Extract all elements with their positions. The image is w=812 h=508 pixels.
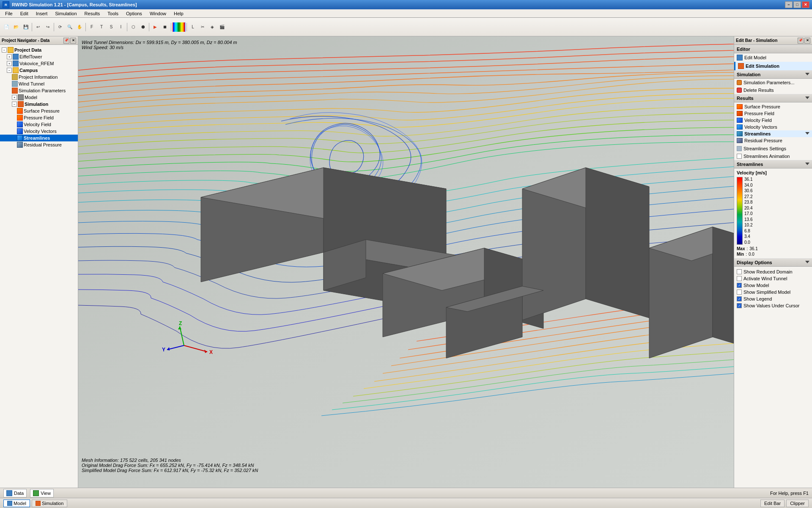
model-mode-button[interactable]: Model: [3, 500, 30, 507]
tree-item-simulation[interactable]: − Simulation: [0, 101, 78, 108]
expand-simulation[interactable]: −: [12, 102, 17, 107]
zoom-button[interactable]: 🔍: [65, 22, 74, 32]
checkbox-reduced-domain[interactable]: [737, 269, 742, 274]
tree-item-model[interactable]: + Model: [0, 94, 78, 101]
option-show-legend[interactable]: Show Legend: [737, 295, 809, 302]
option-reduced-domain[interactable]: Show Reduced Domain: [737, 268, 809, 275]
expand-campus[interactable]: −: [7, 68, 12, 73]
stop-sim[interactable]: ⏹: [160, 22, 170, 32]
legend-btn[interactable]: L: [188, 22, 198, 32]
sim-section-collapse[interactable]: [805, 73, 809, 76]
menu-edit[interactable]: Edit: [17, 10, 32, 17]
streamlines-collapse[interactable]: [805, 132, 809, 135]
run-sim[interactable]: ▶: [151, 22, 160, 32]
streamlines-settings-button[interactable]: Streamlines Settings: [734, 145, 812, 152]
save-button[interactable]: 💾: [21, 22, 30, 32]
pan-button[interactable]: ✋: [75, 22, 84, 32]
minimize-button[interactable]: −: [785, 1, 793, 8]
result-residual-pressure[interactable]: Residual Pressure: [734, 137, 812, 144]
velocity-vectors-icon: [17, 128, 23, 134]
menu-tools[interactable]: Tools: [104, 10, 122, 17]
streamlines-animation-button[interactable]: Streamlines Animation: [734, 152, 812, 160]
tree-item-project-data[interactable]: − Project Data: [0, 47, 78, 53]
streamlines-section-collapse[interactable]: [805, 163, 809, 166]
redo-button[interactable]: ↪: [43, 22, 52, 32]
max-row: Max : 36.1: [737, 246, 809, 251]
result-velocity-field[interactable]: Velocity Field: [734, 117, 812, 124]
solid[interactable]: ⬢: [138, 22, 148, 32]
expand-project-data[interactable]: −: [2, 47, 7, 52]
menu-insert[interactable]: Insert: [33, 10, 51, 17]
option-show-model[interactable]: Show Model: [737, 282, 809, 289]
tree-item-surface-pressure[interactable]: Surface Pressure: [0, 108, 78, 114]
checkbox-simplified-model[interactable]: [737, 290, 742, 295]
edit-simulation-button[interactable]: Edit Simulation: [734, 62, 812, 70]
option-values-cursor[interactable]: Show Values Under Cursor: [737, 302, 809, 309]
wireframe[interactable]: ⬡: [129, 22, 138, 32]
tree-item-vokovice[interactable]: + Vokovice_RFEM: [0, 60, 78, 67]
tree-item-wind-tunnel[interactable]: Wind Tunnel: [0, 80, 78, 87]
menu-file[interactable]: File: [2, 10, 16, 17]
tree-item-streamlines[interactable]: Streamlines: [0, 135, 78, 141]
rotate-button[interactable]: ⟳: [55, 22, 65, 32]
expand-model[interactable]: +: [12, 95, 17, 100]
simulation-mode-button[interactable]: Simulation: [32, 500, 67, 507]
viewport[interactable]: Wind Tunnel Dimensions: Dx = 599.915 m, …: [78, 36, 734, 488]
view-tab[interactable]: View: [30, 489, 54, 497]
ri-pressure-icon: [737, 111, 743, 116]
panel-close[interactable]: ✕: [70, 38, 76, 44]
tree-item-campus[interactable]: − Campus: [0, 67, 78, 74]
checkbox-show-legend[interactable]: [737, 296, 742, 301]
tree-item-pressure-field[interactable]: Pressure Field: [0, 114, 78, 121]
edit-model-button[interactable]: Edit Model: [734, 53, 812, 62]
tree-item-velocity-field[interactable]: Velocity Field: [0, 121, 78, 128]
display-options-collapse[interactable]: [805, 261, 809, 264]
menu-window[interactable]: Window: [146, 10, 170, 17]
result-pressure-field[interactable]: Pressure Field: [734, 110, 812, 117]
results-section-collapse[interactable]: [805, 97, 809, 100]
top-view[interactable]: T: [97, 22, 106, 32]
data-tab[interactable]: Data: [3, 489, 27, 497]
menu-help[interactable]: Help: [170, 10, 187, 17]
open-button[interactable]: 📂: [11, 22, 21, 32]
result-streamlines[interactable]: Streamlines: [734, 130, 812, 137]
clipper-button[interactable]: Clipper: [786, 500, 809, 507]
menu-options[interactable]: Options: [123, 10, 145, 17]
new-button[interactable]: 📄: [2, 22, 11, 32]
right-panel-pin[interactable]: 📌: [798, 38, 804, 44]
tree-item-velocity-vectors[interactable]: Velocity Vectors: [0, 128, 78, 135]
option-simplified-model[interactable]: Show Simplified Model: [737, 289, 809, 295]
animate[interactable]: 🎬: [217, 22, 227, 32]
clip-btn[interactable]: ✂: [198, 22, 207, 32]
restore-button[interactable]: □: [793, 1, 801, 8]
velocity-field-label: Velocity Field: [24, 122, 51, 127]
expand-eiffel[interactable]: +: [7, 54, 12, 59]
tree-item-eiffel[interactable]: + EiffelTower: [0, 53, 78, 60]
legend-val-1: 34.0: [744, 183, 752, 188]
tree-item-residual-pressure[interactable]: Residual Pressure: [0, 141, 78, 148]
checkbox-values-cursor[interactable]: [737, 303, 742, 308]
edit-bar-button[interactable]: Edit Bar: [760, 500, 785, 507]
side-view[interactable]: S: [107, 22, 116, 32]
close-button[interactable]: ✕: [802, 1, 809, 8]
iso-surface[interactable]: ◈: [208, 22, 217, 32]
panel-pin[interactable]: 📌: [63, 38, 69, 44]
result-velocity-vectors[interactable]: Velocity Vectors: [734, 124, 812, 130]
tree-item-proj-info[interactable]: Project Information: [0, 74, 78, 80]
menu-simulation[interactable]: Simulation: [52, 10, 80, 17]
expand-vokovice[interactable]: +: [7, 61, 12, 66]
front-view[interactable]: F: [87, 22, 96, 32]
legend-section: Velocity [m/s] 36.1 34.0 30.6 27.2 23.8 …: [734, 168, 812, 258]
option-wind-tunnel[interactable]: Activate Wind Tunnel: [737, 275, 809, 282]
result-surface-pressure[interactable]: Surface Pressure: [734, 103, 812, 110]
checkbox-wind-tunnel[interactable]: [737, 276, 742, 281]
sim-params-button[interactable]: Simulation Parameters...: [734, 79, 812, 86]
iso-view[interactable]: I: [116, 22, 126, 32]
undo-button[interactable]: ↩: [33, 22, 43, 32]
color-scale[interactable]: [173, 22, 185, 32]
menu-results[interactable]: Results: [81, 10, 104, 17]
checkbox-show-model[interactable]: [737, 283, 742, 288]
delete-results-button[interactable]: Delete Results: [734, 86, 812, 94]
right-panel-close[interactable]: ✕: [804, 38, 810, 44]
tree-item-sim-params[interactable]: Simulation Parameters: [0, 87, 78, 94]
